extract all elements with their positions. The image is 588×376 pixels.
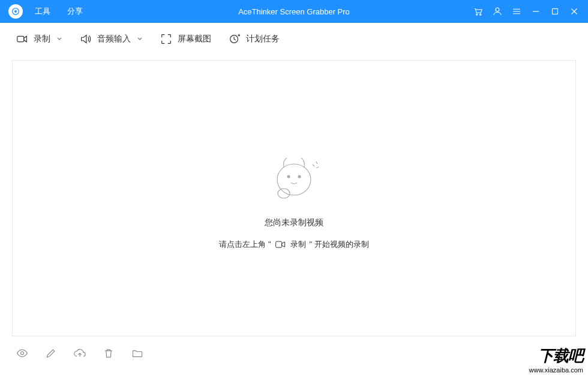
- titlebar: 工具 分享 AceThinker Screen Grabber Pro: [0, 0, 588, 23]
- hint-record-label: 录制: [290, 239, 306, 250]
- folder-icon[interactable]: [131, 347, 144, 360]
- menu-list-icon[interactable]: [511, 6, 522, 17]
- footer-toolbar: [0, 336, 588, 370]
- screenshot-label: 屏幕截图: [178, 34, 211, 44]
- svg-rect-5: [553, 9, 558, 14]
- screenshot-button[interactable]: 屏幕截图: [160, 32, 211, 46]
- video-camera-icon: [275, 240, 287, 249]
- minimize-icon[interactable]: [530, 6, 541, 17]
- clock-plus-icon: [228, 32, 241, 46]
- close-icon[interactable]: [569, 6, 580, 17]
- app-logo: [8, 4, 23, 19]
- svg-point-13: [21, 352, 24, 355]
- schedule-button[interactable]: 计划任务: [228, 32, 280, 46]
- record-label: 录制: [34, 34, 50, 44]
- svg-point-4: [496, 8, 499, 11]
- svg-point-11: [278, 189, 290, 198]
- menu-bar: 工具 分享: [35, 6, 83, 17]
- empty-state-hint: 请点击左上角 " 录制 " 开始视频的录制: [219, 239, 368, 250]
- video-camera-icon: [16, 32, 29, 46]
- hint-prefix: 请点击左上角 ": [219, 239, 271, 250]
- edit-icon[interactable]: [44, 347, 58, 360]
- svg-point-2: [476, 14, 478, 15]
- account-icon[interactable]: [492, 6, 503, 17]
- delete-icon[interactable]: [102, 347, 115, 360]
- chevron-down-icon: [56, 34, 62, 44]
- upload-cloud-icon[interactable]: [73, 347, 86, 360]
- schedule-label: 计划任务: [246, 34, 280, 44]
- window-controls: [473, 6, 580, 17]
- svg-rect-12: [275, 241, 281, 247]
- maximize-icon[interactable]: [550, 6, 560, 17]
- audio-label: 音频输入: [97, 34, 131, 44]
- menu-tools[interactable]: 工具: [35, 6, 50, 17]
- cart-icon[interactable]: [473, 6, 484, 17]
- audio-button[interactable]: 音频输入: [79, 32, 143, 46]
- svg-point-8: [277, 164, 311, 195]
- app-title: AceThinker Screen Grabber Pro: [238, 7, 350, 16]
- main-panel: 您尚未录制视频 请点击左上角 " 录制 " 开始视频的录制: [12, 60, 576, 336]
- hint-suffix: " 开始视频的录制: [310, 239, 369, 250]
- empty-state-title: 您尚未录制视频: [265, 217, 323, 228]
- svg-rect-6: [17, 36, 24, 41]
- toolbar: 录制 音频输入 屏幕截图 计划任务: [0, 23, 588, 55]
- preview-icon[interactable]: [16, 347, 29, 360]
- svg-point-10: [298, 175, 301, 178]
- speaker-icon: [79, 32, 92, 46]
- chevron-down-icon: [137, 34, 143, 44]
- svg-point-1: [14, 10, 17, 13]
- record-button[interactable]: 录制: [16, 32, 62, 46]
- empty-state-illustration: [261, 147, 327, 207]
- menu-share[interactable]: 分享: [67, 6, 83, 17]
- crop-icon: [160, 32, 173, 46]
- svg-point-3: [480, 14, 481, 15]
- svg-point-9: [287, 175, 290, 178]
